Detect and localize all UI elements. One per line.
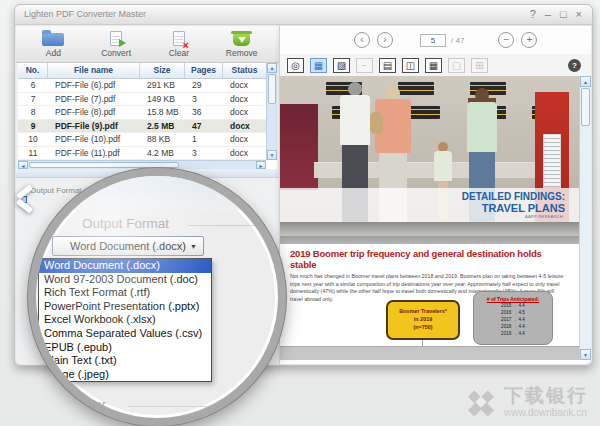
cell-filename: PDF-File (9).pdf — [48, 120, 140, 133]
help-button[interactable]: ? — [530, 8, 536, 21]
next-page-button[interactable]: › — [377, 32, 393, 48]
scroll-down-icon[interactable]: ▼ — [267, 150, 277, 160]
page-input[interactable] — [420, 34, 446, 47]
columns-icon[interactable]: ◫ — [402, 58, 419, 73]
slide-credit: AARP RESEARCH — [525, 214, 563, 219]
slide-heading: 2019 Boomer trip frequency and general d… — [280, 244, 579, 270]
table-row[interactable]: 8 PDF-File (8).pdf 15.8 MB 36 docx — [18, 106, 266, 120]
dropdown-option[interactable]: Excel Workbook (.xlsx) — [39, 313, 211, 327]
table-row[interactable]: 10 PDF-File (10).pdf 88 KB 1 docx — [18, 133, 266, 147]
column-header-status[interactable]: Status — [223, 63, 266, 78]
cell-no: 6 — [18, 79, 48, 92]
scroll-thumb[interactable] — [268, 74, 276, 104]
dropdown-option[interactable]: Word 97-2003 Document (.doc) — [39, 273, 211, 287]
minimize-button[interactable]: – — [545, 8, 551, 21]
cell-status: docx — [223, 133, 266, 146]
dropdown-value: Word Document (.docx) — [53, 237, 203, 255]
slide-photo: DETAILED FINDINGS: TRAVEL PLANS AARP RES… — [280, 76, 579, 236]
cell-no: 8 — [18, 106, 48, 119]
table-row-selected[interactable]: 9 PDF-File (9).pdf 2.5 MB 47 docx — [18, 120, 266, 134]
scroll-down-icon[interactable]: ▼ — [580, 349, 591, 360]
page-gap — [280, 236, 579, 244]
dropdown-option[interactable]: Image (.jpeg) — [39, 368, 211, 382]
dropdown-option[interactable]: Rich Text Format (.rtf) — [39, 286, 211, 300]
maximize-button[interactable]: □ — [560, 8, 567, 21]
cell-pages: 3 — [185, 147, 223, 160]
magnifier-overlay: Output Format Word Document (.docx) ▼ Wo… — [28, 168, 286, 426]
cell-filename: PDF-File (8).pdf — [48, 106, 140, 119]
scroll-up-icon[interactable]: ▲ — [267, 63, 277, 73]
zoom-in-button[interactable]: + — [521, 32, 537, 48]
dropdown-option-selected[interactable]: Word Document (.docx) — [39, 259, 211, 273]
header-footer-icon[interactable]: ▤ — [379, 58, 396, 73]
add-button-label: Add — [46, 48, 61, 58]
column-header-filename[interactable]: File name — [48, 63, 140, 78]
dropdown-option[interactable]: PowerPoint Presentation (.pptx) — [39, 300, 211, 314]
cell-no: 9 — [18, 120, 48, 133]
add-button[interactable]: Add — [25, 30, 81, 58]
table-remove-icon[interactable]: ▦ — [425, 58, 442, 73]
gray-callout-line: 2017 → 4.4 — [474, 316, 552, 323]
groupbox-line — [188, 225, 258, 226]
chevron-right-icon: › — [383, 34, 386, 45]
scroll-right-icon[interactable]: ► — [256, 161, 266, 169]
image-icon[interactable]: ▨ — [333, 58, 350, 73]
table-row[interactable]: 11 PDF-File (11).pdf 4.2 MB 3 docx — [18, 147, 266, 161]
table-row[interactable]: 6 PDF-File (6).pdf 291 KB 29 docx — [18, 79, 266, 93]
preview-scrollbar[interactable]: ▲ ▼ — [579, 76, 591, 360]
column-header-no[interactable]: No. — [18, 63, 48, 78]
titlebar[interactable]: Lighten PDF Converter Master ? – □ × — [15, 5, 592, 25]
box-icon[interactable]: ▢ — [448, 58, 465, 73]
table-vertical-scrollbar[interactable]: ▲ ▼ — [266, 63, 277, 160]
table-row[interactable]: 7 PDF-File (7).pdf 149 KB 3 docx — [18, 93, 266, 107]
cell-pages: 47 — [185, 120, 223, 133]
dropdown-option[interactable]: Plain Text (.txt) — [39, 354, 211, 368]
document-preview[interactable]: DETAILED FINDINGS: TRAVEL PLANS AARP RES… — [280, 76, 579, 360]
slide-content: 2019 Boomer trip frequency and general d… — [280, 244, 579, 346]
downbank-logo-icon — [466, 387, 496, 417]
remove-object-icon[interactable]: − — [356, 58, 373, 73]
panel-collapse-chevron-icon[interactable] — [12, 183, 36, 217]
grid-icon[interactable]: ▦ — [310, 58, 327, 73]
page-gap-bottom — [280, 346, 579, 360]
preview-pane: ‹ › / 47 − + ◎ ▦ ▨ − ▤ ◫ ▦ ▢ ⊞ ? — [279, 26, 591, 364]
scroll-left-icon[interactable]: ◄ — [18, 161, 28, 169]
column-header-size[interactable]: Size — [140, 63, 185, 78]
scroll-thumb[interactable] — [581, 88, 590, 126]
window-title: Lighten PDF Converter Master — [24, 9, 146, 19]
screen: Lighten PDF Converter Master ? – □ × Add… — [0, 0, 600, 426]
minus-icon: − — [503, 34, 509, 45]
zoom-out-button[interactable]: − — [498, 32, 514, 48]
help-icon[interactable]: ? — [568, 59, 581, 72]
pillar-sign — [543, 134, 561, 188]
shoulder-bag — [370, 112, 383, 134]
output-format-dropdown[interactable]: Word Document (.docx) ▼ — [52, 236, 204, 256]
convert-button[interactable]: Convert — [88, 30, 144, 58]
magnifier-content: Output Format Word Document (.docx) ▼ Wo… — [36, 176, 278, 418]
dropdown-option[interactable]: Comma Separated Values (.csv) — [39, 327, 211, 341]
file-table-body: 6 PDF-File (6).pdf 291 KB 29 docx 7 PDF-… — [18, 79, 266, 160]
yellow-callout-line3: (n=750) — [388, 323, 458, 331]
page-total-label: / 47 — [451, 36, 464, 45]
cell-size: 2.5 MB — [140, 120, 185, 133]
file-table-header: No. File name Size Pages Status — [18, 63, 266, 79]
remove-button[interactable]: Remove — [214, 30, 270, 58]
snapshot-icon[interactable]: ◎ — [287, 58, 304, 73]
cell-size: 88 KB — [140, 133, 185, 146]
close-button[interactable]: × — [576, 8, 582, 21]
scroll-up-icon[interactable]: ▲ — [580, 76, 591, 87]
floor — [280, 222, 579, 236]
groupbox-line — [128, 406, 238, 407]
column-header-pages[interactable]: Pages — [185, 63, 223, 78]
yellow-callout-line1: Boomer Travelers* — [388, 307, 458, 315]
prev-page-button[interactable]: ‹ — [354, 32, 370, 48]
table-horizontal-scrollbar[interactable]: ◄ ► — [18, 160, 266, 169]
gray-callout-line: 2018 → 4.4 — [474, 323, 552, 330]
clear-icon: × — [173, 30, 185, 46]
remove-icon — [233, 30, 250, 46]
clear-button[interactable]: × Clear — [151, 30, 207, 58]
dropdown-option[interactable]: EPUB (.epub) — [39, 341, 211, 355]
table-grid-icon[interactable]: ⊞ — [471, 58, 488, 73]
watermark-text: 下载银行 www.downbank.cn — [504, 386, 588, 418]
magnified-output-format-label: Output Format — [82, 216, 169, 231]
